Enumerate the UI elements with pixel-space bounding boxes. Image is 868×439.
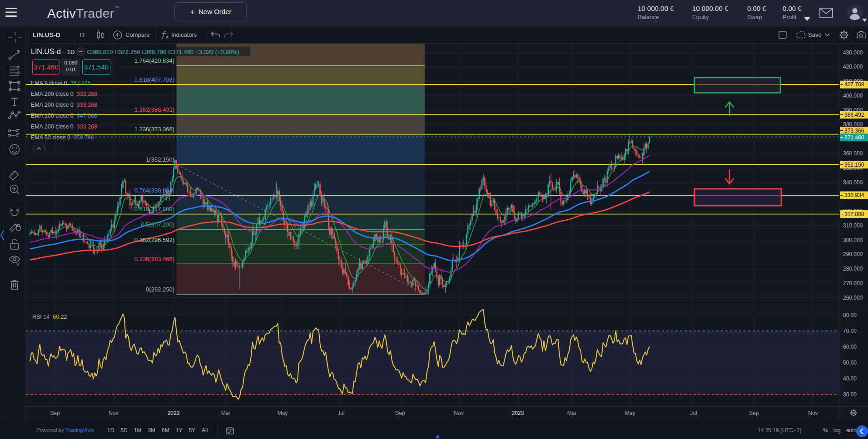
svg-text:0.382(296.592): 0.382(296.592) — [134, 237, 174, 243]
svg-text:0.618(317.808): 0.618(317.808) — [134, 206, 174, 212]
svg-text:May: May — [278, 410, 288, 416]
svg-text:Sep: Sep — [50, 410, 60, 416]
svg-text:430.000: 430.000 — [843, 49, 863, 56]
svg-text:80.00: 80.00 — [843, 312, 857, 318]
svg-text:330.934: 330.934 — [844, 192, 864, 198]
svg-text:1.764(420.834): 1.764(420.834) — [134, 57, 174, 64]
svg-text:Jul: Jul — [337, 410, 344, 416]
svg-text:Nov: Nov — [808, 410, 818, 416]
svg-text:60.00: 60.00 — [843, 344, 857, 350]
svg-text:Sep: Sep — [749, 410, 759, 416]
svg-text:290.000: 290.000 — [843, 251, 863, 257]
svg-text:0.236(283.466): 0.236(283.466) — [134, 256, 174, 262]
svg-text:310.000: 310.000 — [843, 222, 863, 229]
svg-text:317.808: 317.808 — [844, 211, 864, 217]
svg-text:0(262.250): 0(262.250) — [146, 286, 174, 293]
svg-text:386.492: 386.492 — [844, 112, 864, 118]
svg-text:420.000: 420.000 — [843, 64, 863, 70]
svg-text:371.460: 371.460 — [844, 134, 864, 141]
svg-text:407.708: 407.708 — [844, 81, 864, 88]
svg-text:May: May — [625, 410, 635, 416]
svg-text:373.366: 373.366 — [844, 128, 864, 134]
svg-text:352.150: 352.150 — [844, 162, 864, 168]
svg-text:280.000: 280.000 — [843, 266, 863, 272]
svg-text:0.5(307.200): 0.5(307.200) — [141, 221, 174, 228]
svg-text:400.000: 400.000 — [843, 93, 863, 99]
svg-text:300.000: 300.000 — [843, 237, 863, 243]
svg-text:360.000: 360.000 — [843, 150, 863, 157]
svg-text:2022: 2022 — [168, 410, 180, 416]
svg-text:Mar: Mar — [567, 410, 577, 416]
svg-text:1.618(407.708): 1.618(407.708) — [134, 76, 174, 83]
svg-text:Nov: Nov — [454, 410, 463, 416]
svg-text:30.00: 30.00 — [843, 391, 857, 398]
svg-text:1(352.150): 1(352.150) — [146, 156, 174, 163]
svg-text:50.00: 50.00 — [843, 360, 857, 366]
svg-text:1.382(386.492): 1.382(386.492) — [134, 106, 174, 113]
svg-text:340.000: 340.000 — [843, 179, 863, 186]
svg-text:1.236(373.366): 1.236(373.366) — [134, 126, 174, 133]
svg-text:270.000: 270.000 — [843, 280, 863, 286]
svg-text:40.00: 40.00 — [843, 375, 857, 382]
svg-text:0.764(330.934): 0.764(330.934) — [134, 187, 174, 194]
svg-text:Mar: Mar — [221, 410, 231, 416]
svg-text:260.000: 260.000 — [843, 295, 863, 301]
svg-text:70.00: 70.00 — [843, 328, 857, 334]
svg-text:2023: 2023 — [512, 410, 524, 416]
svg-text:Sep: Sep — [395, 410, 405, 416]
svg-text:Jul: Jul — [690, 410, 697, 416]
svg-text:Nov: Nov — [109, 410, 118, 416]
